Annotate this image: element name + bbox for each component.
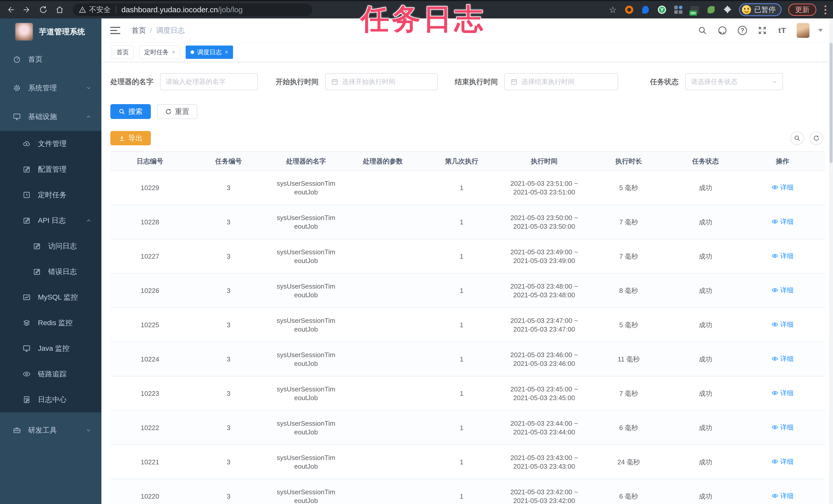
table-refresh-button[interactable] <box>810 131 823 145</box>
extension-green-icon[interactable]: Y <box>657 5 667 15</box>
eye-icon <box>22 369 32 379</box>
browser-reload-button[interactable] <box>38 4 49 16</box>
table-cell: 1 <box>421 183 502 192</box>
filter-label-start-time: 开始执行时间 <box>276 77 318 87</box>
sidebar-item-label: 访问日志 <box>48 241 77 251</box>
detail-link[interactable]: 详细 <box>771 320 793 329</box>
sidebar: 芋道管理系统 首页系统管理基础设施文件管理配置管理定时任务API 日志访问日志错… <box>0 19 101 504</box>
handler-name-input-wrap <box>160 73 258 90</box>
reset-button[interactable]: 重置 <box>157 104 197 119</box>
sidebar-item[interactable]: Java 监控 <box>0 336 101 361</box>
sidebar-item[interactable]: 错误日志 <box>0 259 101 284</box>
sidebar-item[interactable]: Redis 监控 <box>0 310 101 336</box>
detail-link-label: 详细 <box>780 251 793 260</box>
detail-link[interactable]: 详细 <box>771 388 793 397</box>
sidebar-item[interactable]: 系统管理 <box>0 74 101 102</box>
table-cell: sysUserSessionTimeoutJob <box>268 248 344 265</box>
table-cell: 7 毫秒 <box>587 389 671 398</box>
table-cell: 3 <box>190 218 268 226</box>
sidebar-item[interactable]: 访问日志 <box>0 233 101 259</box>
browser-menu-kebab-icon[interactable] <box>823 5 828 14</box>
page-scrollbar[interactable] <box>829 19 833 504</box>
detail-link[interactable]: 详细 <box>771 423 793 432</box>
table-cell: 10223 <box>110 389 190 398</box>
app-logo-row[interactable]: 芋道管理系统 <box>0 19 101 45</box>
sidebar-item[interactable]: MySQL 监控 <box>0 284 101 310</box>
sidebar-item[interactable]: 首页 <box>0 45 101 74</box>
table-row: 102213sysUserSessionTimeoutJob12021-05-0… <box>110 445 825 479</box>
scrollbar-thumb[interactable] <box>830 43 832 163</box>
header-search-icon[interactable] <box>697 25 708 36</box>
detail-link[interactable]: 详细 <box>771 217 793 226</box>
chart-icon <box>22 292 32 302</box>
sidebar-item[interactable]: 基础设施 <box>0 102 101 131</box>
sidebar-item-label: 系统管理 <box>28 83 57 93</box>
start-time-input[interactable] <box>326 74 437 90</box>
table-row: 102273sysUserSessionTimeoutJob12021-05-0… <box>110 240 825 274</box>
detail-link[interactable]: 详细 <box>771 251 793 260</box>
tag-close-icon[interactable]: × <box>172 49 175 55</box>
active-tag-dot <box>191 50 194 54</box>
sidebar-toggle-icon[interactable] <box>110 25 121 35</box>
help-icon[interactable]: ? <box>737 25 748 36</box>
end-time-input[interactable] <box>505 74 618 90</box>
table-search-toggle-button[interactable] <box>790 131 804 145</box>
extension-orange-icon[interactable] <box>624 5 634 15</box>
tag-scheduled-tasks[interactable]: 定时任务× <box>139 46 180 59</box>
browser-profile-chip[interactable]: 已暂停 <box>739 3 782 16</box>
github-icon[interactable] <box>717 25 728 36</box>
url-host[interactable]: dashboard.yudao.iocoder.cn <box>121 5 218 14</box>
font-size-icon[interactable]: tT <box>777 25 788 36</box>
export-button[interactable]: 导出 <box>110 131 151 145</box>
doc-icon <box>22 395 32 405</box>
table-cell: 2021-05-03 23:49:00 ~2021-05-03 23:49:00 <box>502 248 587 265</box>
actions-cell: 详细 <box>740 183 825 193</box>
table-cell: 成功 <box>671 492 740 501</box>
fullscreen-icon[interactable] <box>757 25 768 36</box>
sidebar-item[interactable]: API 日志 <box>0 208 101 233</box>
search-button[interactable]: 搜索 <box>110 104 151 119</box>
tag-close-icon[interactable]: × <box>225 49 228 55</box>
status-select[interactable] <box>685 73 783 90</box>
table-cell: 3 <box>190 389 268 398</box>
bookmark-star-icon[interactable]: ☆ <box>608 5 618 15</box>
table-cell: sysUserSessionTimeoutJob <box>268 488 344 504</box>
browser-home-button[interactable] <box>54 4 66 16</box>
user-avatar[interactable] <box>796 23 809 38</box>
extension-grid-icon[interactable] <box>673 5 683 15</box>
table-cell: 3 <box>190 458 268 467</box>
edit-icon <box>32 241 42 251</box>
sidebar-item[interactable]: 日志中心 <box>0 387 101 412</box>
sidebar-item[interactable]: 定时任务 <box>0 182 101 208</box>
user-menu-caret-icon[interactable] <box>818 29 823 32</box>
browser-forward-button[interactable] <box>21 4 33 16</box>
sidebar-item[interactable]: 研发工具 <box>0 416 101 445</box>
detail-link[interactable]: 详细 <box>771 183 793 192</box>
address-bar[interactable]: 不安全 dashboard.yudao.iocoder.cn/job/log <box>73 3 312 16</box>
table-cell: 3 <box>190 183 268 192</box>
detail-link[interactable]: 详细 <box>771 457 793 466</box>
detail-link[interactable]: 详细 <box>771 286 793 295</box>
browser-update-button[interactable]: 更新 <box>788 4 816 16</box>
extension-proxy-icon[interactable]: on <box>690 5 699 15</box>
browser-back-button[interactable] <box>5 4 16 16</box>
tag-schedule-log-active[interactable]: 调度日志× <box>186 46 233 59</box>
profile-avatar-emoji <box>742 5 751 14</box>
table-cell: 2021-05-03 23:50:00 ~2021-05-03 23:50:00 <box>502 213 587 231</box>
detail-link[interactable]: 详细 <box>771 354 793 363</box>
table-cell: 1 <box>421 355 502 363</box>
handler-name-input[interactable] <box>161 74 257 90</box>
extensions-puzzle-icon[interactable] <box>723 5 732 15</box>
sidebar-item-label: 错误日志 <box>48 267 77 277</box>
sidebar-item[interactable]: 文件管理 <box>0 131 101 157</box>
extension-leaf-icon[interactable] <box>706 5 716 15</box>
breadcrumb-home[interactable]: 首页 <box>132 26 146 35</box>
tag-home[interactable]: 首页 <box>112 46 134 59</box>
actions-cell: 详细 <box>740 423 825 433</box>
extension-blue-drop-icon[interactable] <box>641 5 650 15</box>
security-label[interactable]: 不安全 <box>89 5 111 15</box>
sidebar-item[interactable]: 配置管理 <box>0 157 101 182</box>
detail-link[interactable]: 详细 <box>771 492 793 500</box>
sidebar-item[interactable]: 链路追踪 <box>0 361 101 387</box>
status-select-input[interactable] <box>686 74 783 90</box>
